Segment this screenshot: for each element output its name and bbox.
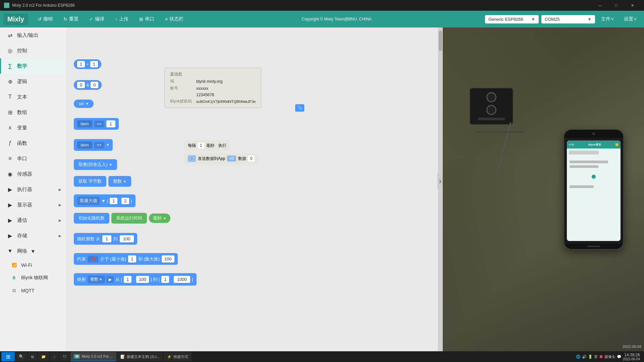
sidebar-item-blynk[interactable]: B Blynk 物联网 (7, 272, 67, 284)
send-v0: V0 (227, 156, 236, 162)
sidebar-item-serial[interactable]: ≡ 串口 (0, 151, 67, 166)
file-menu[interactable]: 文件∨ (598, 14, 618, 24)
sidebar-item-wifi[interactable]: 📶 Wi-Fi (7, 259, 67, 272)
send-icon: ↑ (188, 155, 196, 162)
loop-val: 1 (198, 142, 204, 148)
taskbar-notepad[interactable]: 📝 新建文本文档 (2).t... (117, 352, 163, 361)
compile-button[interactable]: ✓ 编译 (85, 14, 109, 24)
block-getbytes[interactable]: 获取 字节数 整数 ▼ (74, 176, 131, 187)
sidebar-label-network: 网络 (17, 248, 27, 254)
phone-front-camera (592, 132, 595, 135)
window-controls: — □ ✕ (592, 0, 640, 11)
scroll-thumb[interactable] (439, 31, 442, 51)
block-map-v4: 1000 (174, 276, 190, 283)
settings-menu[interactable]: 设置∨ (621, 14, 641, 24)
sidebar-item-array[interactable]: ⊞ 数组 (0, 105, 67, 120)
hw-circle-1 (486, 92, 496, 102)
notepad-icon: 📝 (120, 355, 125, 359)
menu-right: Generic ESP8266 ▼ COM25 ▼ 文件∨ 设置∨ (485, 14, 641, 24)
block-item-add[interactable]: item += 1 (74, 118, 119, 130)
close-button[interactable]: ✕ (625, 0, 640, 11)
block-add[interactable]: 1 + 1 (74, 59, 101, 69)
blynk-info-overlay: 蓝信息 域 blynk.mixly.org 账号 xxxxxx 12345678… (164, 68, 261, 108)
board-selector[interactable]: Generic ESP8266 ▼ (485, 15, 539, 23)
block-map[interactable]: 映射 整数 ▼ ▶ 从 [ 1 , 100 ] 到 [ 1 , 1000 ] (74, 273, 197, 286)
block-item-inc[interactable]: item ++ ▼ (74, 139, 113, 151)
sidebar-item-exec[interactable]: ▶ 执行器 (0, 182, 67, 197)
phone-content (567, 158, 621, 241)
block-container: 1 + 1 0 & 0 sin ▼ item += 1 (67, 27, 443, 351)
sidebar-item-sensor[interactable]: ◉ 传感器 (0, 166, 67, 182)
sidebar-label-storage: 存储 (17, 233, 27, 239)
sidebar-item-io[interactable]: ⇄ 输入/输出 (0, 27, 67, 43)
block-randinit[interactable]: 初始化随机数 系统运行时间 毫秒 ▼ (74, 213, 170, 224)
blynk-title: 蓝信息 (170, 71, 256, 77)
start-icon: ⊞ (6, 354, 10, 360)
block-map-type-arrow: ▼ (99, 278, 102, 281)
upload-label: 上传 (119, 16, 128, 22)
block-constrain[interactable]: 约束 📌 介于 (最小值) 1 和 (最大值) 100 (74, 253, 178, 265)
block-map-comma1: , (133, 277, 135, 282)
sidebar-item-logic[interactable]: ⊕ 逻辑 (0, 74, 67, 89)
board-dropdown-icon: ▼ (531, 17, 535, 22)
sidebar-item-func[interactable]: ƒ 函数 (0, 135, 67, 151)
comm-icon: ▶ (6, 217, 14, 224)
phone-screen: 4:08 Blynk音乐 📶 (567, 140, 621, 241)
sidebar-item-storage[interactable]: ▶ 存储 (0, 228, 67, 243)
redo-button[interactable]: ↻ 重置 (59, 14, 83, 24)
blynk-account-label: 账号 (170, 85, 194, 91)
sidebar-item-text[interactable]: T 文本 (0, 89, 67, 105)
block-getbytes-type[interactable]: 整数 ▼ (108, 176, 131, 187)
taskbar-mixly[interactable]: M Mixly 2.0 rc2 For ... (70, 352, 116, 361)
block-round[interactable]: 取整(四舍五入) ▼ (74, 159, 117, 170)
sidebar-item-control[interactable]: ◎ 控制 (0, 43, 67, 58)
block-constrain-and-label: 和 (最大值) (138, 256, 160, 262)
taskbar-search[interactable]: 🔍 (15, 352, 27, 361)
date-stamp: 2022-06-04 (623, 345, 641, 349)
block-sin[interactable]: sin ▼ (74, 100, 94, 108)
sidebar-item-display[interactable]: ▶ 显示器 (0, 197, 67, 213)
text-icon: T (6, 93, 14, 101)
block-map-type[interactable]: 整数 ▼ (88, 276, 105, 283)
blynk-account-val: xxxxxx (196, 86, 208, 91)
sidebar-label-wifi: Wi-Fi (21, 262, 32, 268)
sidebar-item-mqtt[interactable]: ⊡ MQTT (7, 284, 67, 297)
sidebar-item-var[interactable]: x 变量 (0, 120, 67, 135)
block-max-v2: 2 (121, 198, 129, 204)
taskbar-shortcut[interactable]: ⚡ 快捷方式 (164, 352, 192, 361)
sidebar-label-array: 数组 (17, 109, 27, 116)
taskbar-task-view[interactable]: ⧉ (28, 352, 37, 361)
block-randinit-unit[interactable]: 毫秒 ▼ (149, 214, 170, 223)
statusbar-button[interactable]: ≡ 状态栏 (160, 14, 188, 24)
canvas-scrollbar[interactable] (438, 27, 443, 351)
send-app-overlay: ↑ 发送数据到App V0 数据 0 (184, 153, 258, 164)
block-item-add-op: += (94, 121, 104, 127)
start-button[interactable]: ⊞ (1, 352, 15, 361)
panel-collapse-button[interactable]: ❯ (437, 173, 443, 189)
sidebar-item-math[interactable]: ∑ 数学 (0, 58, 67, 74)
maximize-button[interactable]: □ (608, 0, 624, 11)
sidebar-item-comm[interactable]: ▶ 通信 (0, 213, 67, 228)
volume-tray-icon: 🔊 (582, 355, 587, 359)
port-selector[interactable]: COM25 ▼ (541, 15, 595, 23)
io-icon: ⇄ (6, 32, 14, 39)
block-random[interactable]: 随机整数 从 1 到 100 (74, 233, 137, 245)
taskbar-edge[interactable]: e (50, 352, 59, 361)
taskbar-win-security[interactable]: 🛡 (59, 352, 70, 361)
serial-button[interactable]: ⊞ 串口 (135, 14, 159, 24)
menubar: Mixly ↺ 撤销 ↻ 重置 ✓ 编译 ↑ 上传 ⊞ 串口 ≡ 状态栏 Cop… (0, 11, 644, 27)
block-max[interactable]: 取最大值 ▼ ( 1 , 2 ) (74, 194, 136, 207)
upload-button[interactable]: ↑ 上传 (110, 14, 133, 24)
taskbar-file-explorer[interactable]: 📁 (38, 352, 49, 361)
sidebar-item-network[interactable]: ▼ 网络 (0, 243, 67, 259)
block-constrain-max-val: 100 (162, 255, 174, 262)
block-map-label: 映射 (77, 277, 86, 283)
phone-header (567, 148, 621, 158)
block-item-add-val: 1 (106, 120, 115, 127)
canvas-area[interactable]: 1 + 1 0 & 0 sin ▼ item += 1 (67, 27, 443, 351)
minimize-button[interactable]: — (592, 0, 608, 11)
block-and[interactable]: 0 & 0 (74, 80, 102, 90)
undo-button[interactable]: ↺ 撤销 (33, 14, 57, 24)
sidebar-label-var: 变量 (17, 125, 27, 131)
block-randinit-unit-label: 毫秒 (153, 215, 162, 221)
